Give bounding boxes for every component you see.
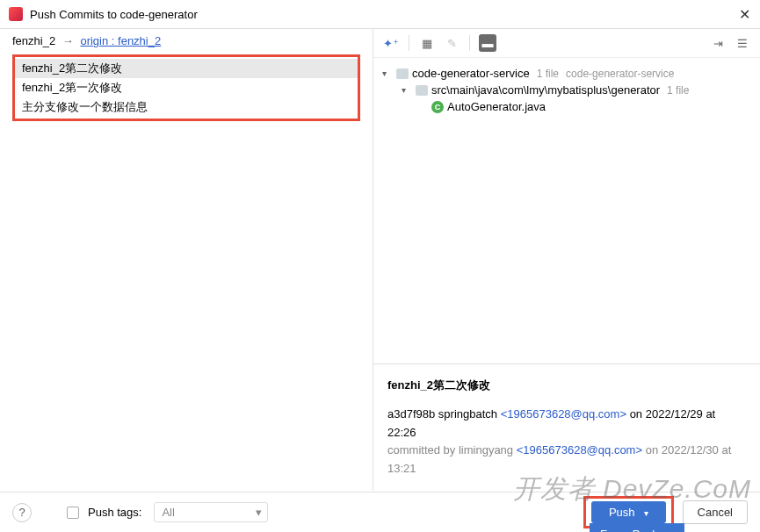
- folder-icon: [416, 85, 428, 96]
- committer-email[interactable]: <1965673628@qq.com>: [517, 443, 642, 457]
- commit-item[interactable]: fenzhi_2第二次修改: [15, 59, 358, 78]
- bottom-bar: ? Push tags: All Push Force Push Cancel: [0, 492, 760, 532]
- help-icon[interactable]: ?: [12, 503, 32, 522]
- file-tree: ▾ code-generator-service 1 file code-gen…: [373, 58, 760, 363]
- author-line: a3d7f98b springbatch <1965673628@qq.com>…: [387, 406, 746, 442]
- close-icon[interactable]: ✕: [737, 7, 751, 21]
- committer-line: committed by limingyang <1965673628@qq.c…: [387, 442, 746, 478]
- cancel-button[interactable]: Cancel: [683, 500, 748, 524]
- push-button[interactable]: Push: [591, 501, 666, 523]
- tree-meta: 1 file: [667, 84, 689, 97]
- commit-item[interactable]: fenzhi_2第一次修改: [15, 78, 358, 97]
- author-email[interactable]: <1965673628@qq.com>: [501, 407, 626, 421]
- tree-label: code-generator-service: [412, 67, 530, 80]
- push-button-group: Push Force Push: [583, 496, 674, 528]
- chevron-down-icon[interactable]: ▾: [382, 68, 393, 78]
- arrow-icon: →: [62, 34, 74, 47]
- separator: [409, 35, 409, 51]
- tree-label: src\main\java\com\lmy\mybatisplus\genera…: [431, 83, 660, 97]
- tree-label: AutoGenerator.java: [447, 100, 546, 113]
- preview-icon[interactable]: ▬: [479, 34, 496, 52]
- app-icon: [9, 7, 23, 21]
- commits-list: fenzhi_2第二次修改 fenzhi_2第一次修改 主分支修改一个数据信息: [12, 54, 360, 121]
- right-panel: ✦⁺ ▦ ✎ ▬ ⇥ ☰ ▾ code-generator-service 1 …: [373, 29, 760, 491]
- push-tags-label: Push tags:: [88, 506, 141, 519]
- push-tags-checkbox[interactable]: [67, 507, 79, 519]
- local-branch[interactable]: fenzhi_2: [12, 34, 55, 47]
- chevron-down-icon[interactable]: ▾: [402, 85, 412, 95]
- commit-hash: a3d7f98b: [387, 407, 435, 421]
- tree-file-row[interactable]: C AutoGenerator.java: [382, 98, 751, 115]
- main-area: fenzhi_2 → origin : fenzhi_2 fenzhi_2第二次…: [0, 29, 760, 491]
- separator: [469, 35, 470, 51]
- edit-icon[interactable]: ✎: [443, 34, 460, 52]
- window-title: Push Commits to code-generator: [30, 8, 737, 21]
- push-dropdown: Force Push: [590, 523, 684, 532]
- settings-icon[interactable]: ☰: [734, 34, 751, 52]
- java-class-icon: C: [431, 101, 444, 113]
- expand-icon[interactable]: ⇥: [709, 34, 727, 52]
- committer-name: limingyang: [459, 443, 513, 457]
- left-panel: fenzhi_2 → origin : fenzhi_2 fenzhi_2第二次…: [0, 29, 373, 491]
- commit-item[interactable]: 主分支修改一个数据信息: [15, 97, 358, 117]
- tags-select[interactable]: All: [154, 502, 268, 522]
- committed-by-label: committed by: [387, 443, 455, 457]
- commit-title: fenzhi_2第二次修改: [387, 377, 746, 395]
- tree-meta: 1 file: [537, 68, 559, 80]
- group-icon[interactable]: ▦: [418, 34, 436, 52]
- sync-icon[interactable]: ✦⁺: [382, 34, 400, 52]
- diff-toolbar: ✦⁺ ▦ ✎ ▬ ⇥ ☰: [373, 29, 760, 58]
- force-push-item[interactable]: Force Push: [590, 523, 684, 532]
- tree-meta: code-generator-service: [566, 68, 674, 80]
- commit-detail: fenzhi_2第二次修改 a3d7f98b springbatch <1965…: [373, 363, 760, 491]
- tree-child-row[interactable]: ▾ src\main\java\com\lmy\mybatisplus\gene…: [382, 82, 751, 98]
- title-bar: Push Commits to code-generator ✕: [0, 0, 760, 29]
- author-name: springbatch: [438, 407, 497, 421]
- branch-row: fenzhi_2 → origin : fenzhi_2: [0, 29, 373, 53]
- remote-branch[interactable]: origin : fenzhi_2: [80, 34, 161, 47]
- tree-root-row[interactable]: ▾ code-generator-service 1 file code-gen…: [382, 65, 751, 82]
- folder-icon: [396, 68, 409, 79]
